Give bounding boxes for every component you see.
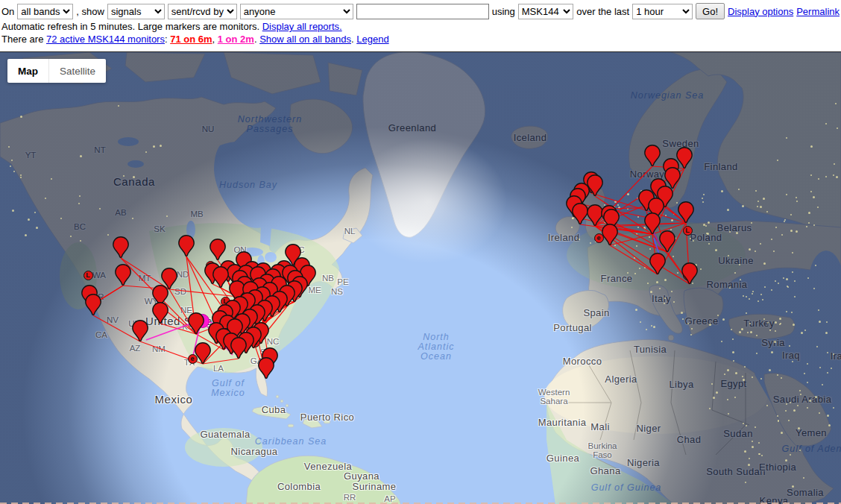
monitor-pin[interactable] [681,262,698,285]
map-type-satellite-button[interactable]: Satellite [48,59,106,83]
monitor-pin[interactable] [115,264,131,286]
monitor-pin[interactable] [178,235,195,257]
active-monitors-link[interactable]: 72 active MSK144 monitors [46,34,165,45]
over-label: over the last [576,6,629,17]
monitor-pin[interactable] [85,294,101,316]
display-options-link[interactable]: Display options [728,6,793,17]
monitor-pin[interactable] [113,236,129,259]
legend-link[interactable]: Legend [356,34,388,45]
mode-select[interactable]: MSK144 [518,4,574,19]
monitor-pin[interactable] [678,201,694,224]
monitor-markers: LLLLLLeeLe [0,52,841,504]
map-type-control: Map Satellite [7,59,106,83]
world-map[interactable]: YTNTNUCanadaBCABSKMBNLNorthwestern Passa… [0,51,841,504]
monitor-pin[interactable] [644,212,661,235]
monitor-pin[interactable] [572,203,588,225]
who-select[interactable]: anyone [240,4,353,19]
monitor-pin[interactable] [659,230,675,253]
monitor-pin[interactable] [195,342,211,365]
band-select[interactable]: all bands [17,4,73,19]
refresh-text: Automatic refresh in 5 minutes. Large ma… [1,21,262,32]
monitor-pin[interactable] [644,145,661,167]
what-select[interactable]: signals [107,4,165,19]
monitors-6m-link[interactable]: 71 on 6m [170,34,212,45]
monitor-pin[interactable] [649,253,666,275]
callsign-input[interactable] [356,4,489,19]
monitor-pin[interactable] [132,320,148,342]
monitor-pin[interactable] [230,337,247,359]
show-label: , show [76,6,104,17]
monitor-pin[interactable] [258,357,274,379]
permalink-link[interactable]: Permalink [796,6,840,17]
monitor-pin[interactable] [602,224,618,246]
report-marker[interactable]: L [683,226,693,236]
report-marker[interactable]: L [84,271,93,280]
on-label: On [1,6,14,17]
map-type-map-button[interactable]: Map [7,59,48,83]
monitor-pin[interactable] [210,239,226,261]
go-button[interactable]: Go! [696,3,725,19]
monitors-prefix: There are [1,34,46,45]
direction-select[interactable]: sent/rcvd by [168,4,237,19]
display-all-reports-link[interactable]: Display all reports. [262,21,342,32]
show-all-bands-link[interactable]: Show all on all bands [259,34,351,45]
using-label: using [492,6,515,17]
monitor-pin[interactable] [152,302,168,324]
toolbar: On all bands , show signals sent/rcvd by… [0,0,841,51]
monitor-pin[interactable] [212,266,229,289]
monitors-2m-link[interactable]: 1 on 2m [218,34,254,45]
monitor-pin[interactable] [188,312,204,335]
timespan-select[interactable]: 1 hour [632,4,693,19]
